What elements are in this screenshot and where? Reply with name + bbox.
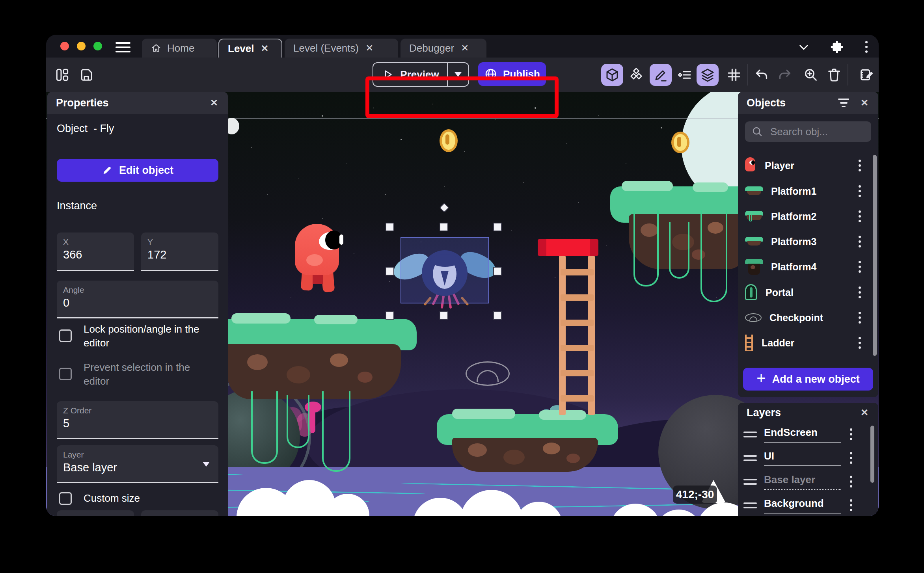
menu-icon[interactable]: [116, 42, 130, 52]
angle-field[interactable]: Angle 0: [57, 281, 218, 318]
tab-label: Debugger: [409, 42, 454, 54]
undo-icon[interactable]: [750, 58, 773, 92]
filter-icon[interactable]: [838, 99, 849, 108]
search-input[interactable]: [769, 125, 862, 138]
layer-menu-icon[interactable]: [850, 476, 852, 487]
instances-cubes-icon[interactable]: [625, 58, 648, 92]
layers-header: Layers: [738, 403, 878, 422]
resize-handle-sw[interactable]: [386, 311, 394, 320]
panels-layout-icon[interactable]: [51, 58, 74, 92]
drag-handle-icon[interactable]: [743, 502, 757, 508]
object-row-platform3[interactable]: Platform3: [738, 229, 878, 254]
close-tab-icon[interactable]: [260, 43, 270, 54]
zoom-in-icon[interactable]: [799, 58, 822, 92]
lock-position-checkbox[interactable]: [59, 329, 72, 342]
object-row-platform4[interactable]: Platform4: [738, 254, 878, 279]
close-tab-icon[interactable]: [364, 43, 374, 53]
zoom-light[interactable]: [93, 42, 102, 50]
chevron-down-icon: [797, 40, 810, 54]
stars: [46, 92, 47, 93]
object-menu-icon[interactable]: [859, 210, 861, 222]
layer-row-background[interactable]: Background: [738, 493, 878, 516]
coin-instance[interactable]: [440, 129, 458, 152]
trash-icon[interactable]: [823, 58, 846, 92]
objects-scrollbar[interactable]: [873, 155, 877, 356]
coin-instance[interactable]: [671, 132, 689, 153]
object-search[interactable]: [745, 121, 871, 142]
layer-row-endscreen[interactable]: EndScreen: [738, 422, 878, 446]
instances-list-icon[interactable]: [673, 58, 696, 92]
panel-title: Objects: [747, 97, 786, 109]
object-menu-icon[interactable]: [859, 160, 861, 171]
add-object-label: Add a new object: [772, 373, 860, 385]
layer-menu-icon[interactable]: [850, 499, 852, 511]
add-new-object-button[interactable]: + Add a new object: [743, 368, 873, 391]
resize-handle-nw[interactable]: [386, 223, 394, 231]
publish-button[interactable]: Publish: [478, 62, 546, 86]
edit-object-button[interactable]: Edit object: [57, 159, 218, 182]
close-tab-icon[interactable]: [460, 43, 470, 53]
layer-menu-icon[interactable]: [850, 428, 852, 440]
x-field[interactable]: X 366: [57, 233, 134, 271]
globe-icon: [484, 67, 497, 81]
extensions-button[interactable]: [830, 40, 844, 54]
window-dropdown-button[interactable]: [797, 40, 810, 54]
preview-dropdown-button[interactable]: [447, 63, 468, 86]
minimize-light[interactable]: [77, 42, 86, 50]
edit-scene-icon[interactable]: [855, 58, 878, 92]
drag-handle-icon[interactable]: [743, 455, 757, 461]
layer-row-base-layer[interactable]: Base layer: [738, 470, 878, 493]
redo-icon[interactable]: [773, 58, 796, 92]
object-menu-icon[interactable]: [859, 261, 861, 273]
layers-scrollbar[interactable]: [870, 426, 874, 483]
object-menu-icon[interactable]: [859, 236, 861, 247]
tab-level[interactable]: Level: [218, 39, 282, 58]
close-panel-icon[interactable]: [859, 407, 870, 418]
z-order-field[interactable]: Z Order 5: [57, 401, 218, 439]
resize-handle-n[interactable]: [440, 223, 448, 231]
object-menu-icon[interactable]: [859, 312, 861, 324]
layer-select[interactable]: Layer Base layer: [57, 445, 218, 483]
object-row-platform2[interactable]: Platform2: [738, 204, 878, 229]
object-row-ladder[interactable]: Ladder: [738, 330, 878, 355]
close-light[interactable]: [60, 42, 69, 50]
object-row-checkpoint[interactable]: Checkpoint: [738, 305, 878, 330]
layers-icon[interactable]: [696, 58, 719, 92]
drag-handle-icon[interactable]: [743, 432, 757, 437]
close-panel-icon[interactable]: [209, 98, 219, 108]
resize-handle-ne[interactable]: [493, 223, 502, 231]
layer-menu-icon[interactable]: [850, 452, 852, 464]
tab-home[interactable]: Home: [142, 39, 217, 58]
object-row-platform1[interactable]: Platform1: [738, 179, 878, 204]
preview-button[interactable]: Preview: [373, 63, 447, 86]
plus-icon: +: [756, 370, 766, 386]
custom-size-label: Custom size: [84, 491, 140, 505]
app-window: Home Level Level (Events) Debugger: [46, 35, 879, 516]
tab-level-events[interactable]: Level (Events): [285, 39, 398, 58]
more-options-icon[interactable]: [865, 41, 868, 53]
save-icon[interactable]: [75, 58, 98, 92]
custom-size-checkbox[interactable]: [59, 492, 72, 505]
object-row-player[interactable]: Player: [738, 153, 878, 178]
resize-handle-s[interactable]: [440, 311, 448, 320]
object-menu-icon[interactable]: [859, 286, 861, 298]
resize-handle-se[interactable]: [493, 311, 502, 320]
prevent-selection-checkbox[interactable]: [59, 368, 72, 380]
cutoff-field: [141, 510, 218, 516]
resize-handle-e[interactable]: [493, 267, 502, 275]
rotate-handle[interactable]: [439, 203, 449, 212]
object-row-portal[interactable]: Portal: [738, 280, 878, 305]
drag-handle-icon[interactable]: [743, 479, 757, 485]
y-field[interactable]: Y 172: [141, 233, 218, 271]
properties-pencil-icon[interactable]: [649, 58, 672, 92]
resize-handle-w[interactable]: [386, 267, 394, 275]
close-panel-icon[interactable]: [859, 98, 870, 108]
objects-cube-icon[interactable]: [601, 58, 624, 92]
instance-section-heading: Instance: [57, 200, 97, 212]
object-menu-icon[interactable]: [859, 185, 861, 197]
fly-selected-instance[interactable]: [401, 237, 489, 303]
grid-icon[interactable]: [723, 58, 745, 92]
tab-debugger[interactable]: Debugger: [401, 39, 486, 58]
layer-row-ui[interactable]: UI: [738, 446, 878, 470]
object-menu-icon[interactable]: [859, 337, 861, 349]
